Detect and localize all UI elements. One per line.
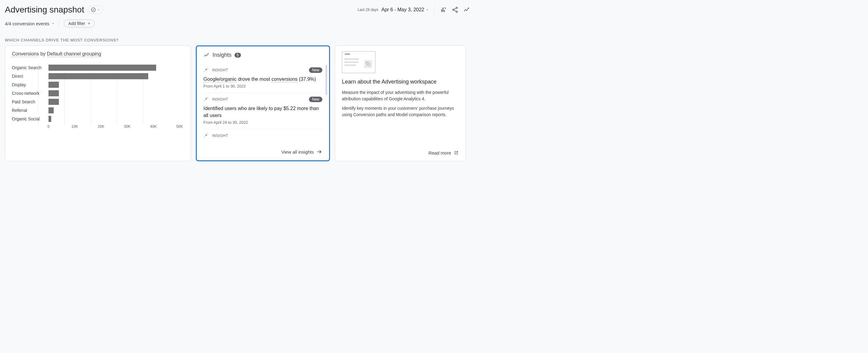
chart-x-tick: 50K [176, 124, 183, 129]
insight-item[interactable]: INSIGHT New Google/organic drove the mos… [204, 64, 322, 93]
insight-title: Google/organic drove the most conversion… [204, 76, 322, 83]
insight-date: From April 1 to 30, 2022 [204, 84, 322, 88]
chart-bar-row: Referral [49, 106, 184, 115]
chart-bar-label: Direct [12, 74, 45, 78]
insight-label: INSIGHT [212, 133, 228, 138]
svg-point-5 [204, 71, 205, 72]
learn-card: Learn about the Advertising workspace Me… [335, 45, 466, 161]
customize-report-button[interactable] [439, 5, 448, 14]
insights-title: Insights [213, 52, 231, 58]
new-badge: New [309, 67, 322, 73]
insight-item[interactable]: INSIGHT New Identified users who are lik… [204, 93, 322, 129]
sparkle-icon [204, 67, 209, 73]
svg-point-7 [204, 100, 205, 101]
chart-x-tick: 10K [71, 124, 78, 129]
date-range-label: Last 28 days [358, 8, 378, 12]
date-range-selector[interactable]: Apr 6 - May 3, 2022 [381, 7, 429, 12]
svg-point-10 [367, 63, 368, 63]
svg-point-4 [207, 68, 208, 69]
chart-x-tick: 20K [98, 124, 104, 129]
chart-bar-label: Referral [12, 108, 45, 113]
chart-bar-label: Organic Social [12, 117, 45, 121]
chart-title-metric[interactable]: Conversions [12, 51, 39, 57]
insight-tag-left: INSIGHT [204, 97, 228, 102]
chart-title-mid: by [40, 51, 45, 56]
chart-bar[interactable] [49, 99, 59, 105]
trend-sparkle-icon [463, 6, 470, 13]
chart-area: Organic SearchDirectDisplayCross-network… [12, 63, 184, 133]
chart-bar[interactable] [49, 90, 59, 96]
external-link-icon [454, 150, 459, 156]
chart-bar-row: Organic Social [49, 115, 184, 123]
conversions-chart-card: Conversions by Default channel grouping … [5, 45, 191, 161]
chart-bar-row: Direct [49, 72, 184, 81]
learn-body-1: Measure the impact of your advertising w… [342, 89, 459, 102]
insight-tag-row: INSIGHT New [204, 67, 322, 73]
share-button[interactable] [451, 5, 459, 14]
chevron-down-icon [426, 8, 429, 11]
sparkle-icon [204, 133, 209, 138]
insights-card: Insights 5 INSIGHT New Google/organic dr… [196, 45, 330, 161]
divider [59, 20, 60, 27]
arrow-right-icon [316, 149, 322, 155]
filters-row: 4/4 conversion events Add filter [5, 17, 471, 33]
chart-title-dimension[interactable]: Default channel grouping [47, 51, 101, 57]
insights-count-badge: 5 [235, 53, 241, 58]
chart-bar-row: Display [49, 81, 184, 89]
insight-tag-row: INSIGHT [204, 133, 322, 138]
conversion-events-label: 4/4 conversion events [5, 21, 50, 26]
insights-header: Insights 5 [204, 52, 322, 58]
read-more-link[interactable]: Read more [342, 144, 459, 156]
view-all-insights-link[interactable]: View all insights [204, 149, 322, 155]
chart-x-tick: 0 [48, 124, 50, 129]
insights-button[interactable] [462, 5, 471, 14]
chart-bar[interactable] [49, 65, 156, 71]
header-right: Last 28 days Apr 6 - May 3, 2022 [358, 5, 471, 14]
workspace-illustration [342, 51, 375, 73]
add-filter-button[interactable]: Add filter [64, 20, 95, 27]
insight-label: INSIGHT [212, 68, 228, 72]
chart-x-tick: 30K [124, 124, 130, 129]
scrollbar[interactable] [326, 65, 327, 95]
divider [434, 5, 434, 14]
add-filter-label: Add filter [68, 21, 85, 26]
insight-item[interactable]: INSIGHT [204, 129, 322, 146]
insight-date: From April 24 to 30, 2022 [204, 120, 322, 125]
chart-bar[interactable] [49, 73, 148, 79]
chart-bar-label: Organic Search [12, 65, 45, 70]
status-chip[interactable] [88, 5, 103, 14]
chart-bar-row: Paid Search [49, 98, 184, 106]
chart-bar[interactable] [49, 116, 51, 122]
section-label: WHICH CHANNELS DRIVE THE MOST CONVERSION… [5, 33, 471, 45]
chart-bar-row: Cross-network [49, 89, 184, 98]
chart-bar[interactable] [49, 82, 59, 88]
trend-sparkle-icon [204, 52, 210, 58]
chart-x-tick: 40K [150, 124, 156, 129]
insight-tag-row: INSIGHT New [204, 97, 322, 102]
date-range-value: Apr 6 - May 3, 2022 [381, 7, 424, 12]
cards-row: Conversions by Default channel grouping … [5, 45, 471, 161]
svg-point-9 [204, 136, 205, 137]
chart-bar-label: Display [12, 82, 45, 87]
conversion-events-selector[interactable]: 4/4 conversion events [5, 21, 55, 26]
tag-icon [364, 60, 372, 68]
chevron-down-icon [97, 8, 100, 11]
sparkle-icon [204, 97, 209, 102]
svg-point-8 [207, 133, 208, 134]
insight-label: INSIGHT [212, 97, 228, 101]
svg-point-6 [207, 97, 208, 98]
learn-body-2: Identify key moments in your customers' … [342, 105, 459, 118]
insight-tag-left: INSIGHT [204, 133, 228, 138]
chart-bar-row: Organic Search [49, 63, 184, 72]
chevron-down-icon [51, 22, 55, 25]
chart-bar[interactable] [49, 107, 54, 114]
chart-edit-icon [440, 6, 447, 13]
insight-tag-left: INSIGHT [204, 67, 228, 73]
plus-icon [87, 21, 91, 26]
chart-bar-label: Paid Search [12, 99, 45, 104]
share-icon [452, 6, 458, 13]
read-more-label: Read more [429, 150, 451, 156]
chart-title: Conversions by Default channel grouping [12, 51, 184, 57]
check-icon [91, 7, 96, 12]
chart-bar-label: Cross-network [12, 91, 45, 96]
